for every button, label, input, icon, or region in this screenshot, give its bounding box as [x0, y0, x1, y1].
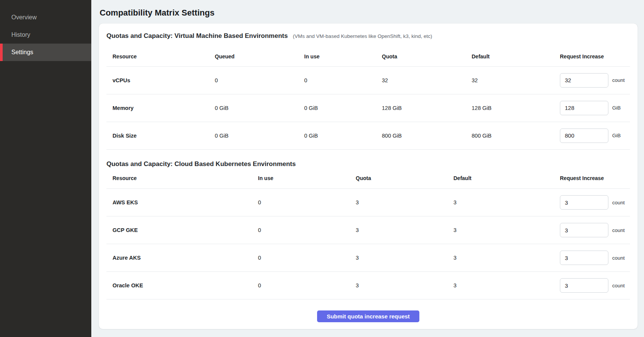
resource-name: AWS EKS — [106, 189, 258, 216]
default-value: 3 — [453, 189, 560, 216]
resource-name: GCP GKE — [106, 216, 258, 244]
table-row-vcpus: vCPUs 0 0 32 32 count — [106, 66, 630, 94]
column-header-request-increase: Request Increase — [560, 47, 630, 66]
page-title: Compatibility Matrix Settings — [99, 0, 638, 18]
sidebar-item-overview[interactable]: Overview — [0, 9, 91, 26]
table-row-gcp-gke: GCP GKE 0 3 3 count — [106, 216, 630, 244]
sidebar-item-label: History — [11, 31, 30, 38]
table-row-azure-aks: Azure AKS 0 3 3 count — [106, 244, 630, 272]
quota-value: 32 — [382, 66, 472, 94]
quota-value: 3 — [356, 272, 453, 299]
oracle-oke-request-input[interactable] — [560, 278, 608, 293]
default-value: 32 — [472, 66, 560, 94]
sidebar-item-history[interactable]: History — [0, 26, 91, 44]
resource-name: vCPUs — [106, 66, 215, 94]
active-item-accent-bar — [0, 44, 3, 61]
cloud-table-header-row: Resource In use Quota Default Request In… — [106, 168, 630, 189]
column-header-quota: Quota — [382, 47, 472, 66]
unit-label: count — [612, 227, 625, 233]
default-value: 3 — [453, 272, 560, 299]
resource-name: Oracle OKE — [106, 272, 258, 299]
vm-section-title: Quotas and Capacity: Virtual Machine Bas… — [106, 32, 288, 39]
quota-value: 3 — [356, 216, 453, 244]
vm-section-header: Quotas and Capacity: Virtual Machine Bas… — [106, 32, 630, 40]
unit-label: count — [612, 283, 625, 288]
column-header-default: Default — [472, 47, 560, 66]
column-header-in-use: In use — [258, 168, 356, 189]
vm-quota-table: Resource Queued In use Quota Default Req… — [106, 47, 630, 150]
main-content: Compatibility Matrix Settings Quotas and… — [91, 0, 644, 329]
default-value: 3 — [453, 244, 560, 272]
in-use-value: 0 GiB — [304, 122, 382, 149]
unit-label: GiB — [612, 133, 621, 138]
disk-size-request-input[interactable] — [560, 129, 608, 143]
sidebar-item-label: Settings — [11, 49, 33, 56]
unit-label: count — [612, 200, 625, 205]
column-header-quota: Quota — [356, 168, 453, 189]
sidebar-item-label: Overview — [11, 14, 37, 21]
column-header-resource: Resource — [106, 168, 258, 189]
table-row-memory: Memory 0 GiB 0 GiB 128 GiB 128 GiB GiB — [106, 94, 630, 122]
in-use-value: 0 — [258, 189, 356, 216]
cloud-section-header: Quotas and Capacity: Cloud Based Kuberne… — [106, 160, 630, 168]
quota-value: 128 GiB — [382, 94, 472, 122]
in-use-value: 0 — [258, 244, 356, 272]
quota-value: 800 GiB — [382, 122, 472, 149]
resource-name: Disk Size — [106, 122, 215, 149]
cloud-quota-table: Resource In use Quota Default Request In… — [106, 168, 630, 300]
table-row-oracle-oke: Oracle OKE 0 3 3 count — [106, 272, 630, 299]
in-use-value: 0 GiB — [304, 94, 382, 122]
aws-eks-request-input[interactable] — [560, 195, 608, 210]
column-header-in-use: In use — [304, 47, 382, 66]
column-header-queued: Queued — [215, 47, 304, 66]
in-use-value: 0 — [304, 66, 382, 94]
table-row-aws-eks: AWS EKS 0 3 3 count — [106, 189, 630, 216]
queued-value: 0 GiB — [215, 122, 304, 149]
resource-name: Memory — [106, 94, 215, 122]
vcpus-request-input[interactable] — [560, 73, 608, 88]
column-header-request-increase: Request Increase — [560, 168, 630, 189]
unit-label: count — [612, 255, 625, 261]
queued-value: 0 GiB — [215, 94, 304, 122]
azure-aks-request-input[interactable] — [560, 251, 608, 265]
default-value: 3 — [453, 216, 560, 244]
column-header-default: Default — [453, 168, 560, 189]
submit-row: Submit quota increase request — [106, 299, 630, 322]
default-value: 800 GiB — [472, 122, 560, 149]
vm-section-subtitle: (VMs and VM-based Kubernetes like OpenSh… — [293, 33, 432, 39]
settings-card: Quotas and Capacity: Virtual Machine Bas… — [99, 24, 638, 329]
sidebar-item-settings[interactable]: Settings — [0, 44, 91, 61]
gcp-gke-request-input[interactable] — [560, 223, 608, 237]
unit-label: GiB — [612, 105, 621, 111]
cloud-section-title: Quotas and Capacity: Cloud Based Kuberne… — [106, 160, 296, 168]
queued-value: 0 — [215, 66, 304, 94]
table-row-disk-size: Disk Size 0 GiB 0 GiB 800 GiB 800 GiB Gi… — [106, 122, 630, 149]
vm-table-header-row: Resource Queued In use Quota Default Req… — [106, 47, 630, 66]
quota-value: 3 — [356, 244, 453, 272]
sidebar: Overview History Settings — [0, 0, 91, 337]
in-use-value: 0 — [258, 216, 356, 244]
quota-value: 3 — [356, 189, 453, 216]
resource-name: Azure AKS — [106, 244, 258, 272]
in-use-value: 0 — [258, 272, 356, 299]
submit-quota-increase-button[interactable]: Submit quota increase request — [317, 310, 419, 322]
unit-label: count — [612, 77, 625, 83]
column-header-resource: Resource — [106, 47, 215, 66]
memory-request-input[interactable] — [560, 101, 608, 115]
default-value: 128 GiB — [472, 94, 560, 122]
